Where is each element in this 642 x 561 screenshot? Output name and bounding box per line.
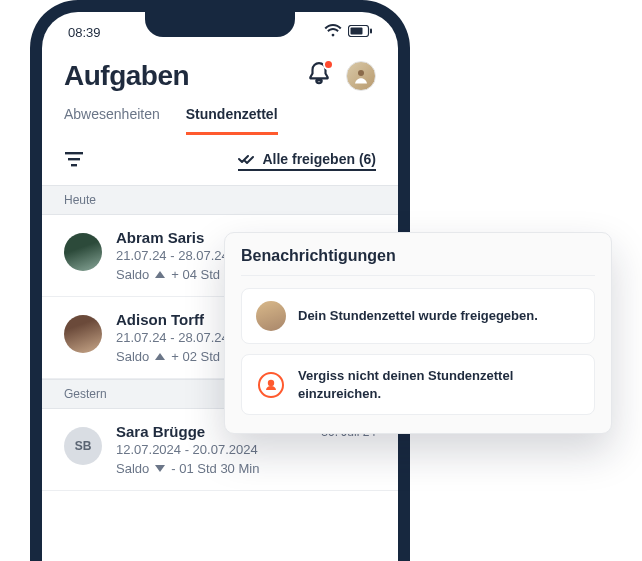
row-dates: 12.07.2024 - 20.07.2024 [116, 442, 376, 457]
toolbar: Alle freigeben (6) [42, 135, 398, 185]
svg-rect-5 [68, 158, 80, 160]
caret-down-icon [155, 465, 165, 472]
svg-point-3 [358, 70, 364, 76]
filter-icon [64, 151, 84, 167]
battery-icon [348, 25, 372, 40]
caret-up-icon [155, 271, 165, 278]
caret-up-icon [155, 353, 165, 360]
svg-rect-2 [370, 28, 372, 33]
notification-badge [323, 59, 334, 70]
avatar [64, 315, 102, 353]
avatar [64, 233, 102, 271]
profile-avatar[interactable] [346, 61, 376, 91]
popover-title: Benachrichtigungen [241, 247, 595, 276]
notification-text: Dein Stundenzettel wurde freigegeben. [298, 307, 538, 325]
tab-timesheets[interactable]: Stundenzettel [186, 106, 278, 135]
tabs: Abwesenheiten Stundenzettel [42, 98, 398, 135]
svg-rect-1 [351, 27, 363, 34]
phone-notch [145, 11, 295, 37]
header: Aufgaben [42, 46, 398, 98]
person-icon [352, 67, 370, 85]
tab-absences[interactable]: Abwesenheiten [64, 106, 160, 135]
approve-all-label: Alle freigeben (6) [262, 151, 376, 167]
avatar [256, 301, 286, 331]
double-check-icon [238, 153, 256, 165]
reminder-icon [256, 370, 286, 400]
notification-text: Vergiss nicht deinen Stundenzettel einzu… [298, 367, 580, 402]
page-title: Aufgaben [64, 60, 189, 92]
notifications-popover: Benachrichtigungen Dein Stundenzettel wu… [224, 232, 612, 434]
notifications-button[interactable] [306, 61, 332, 91]
filter-button[interactable] [64, 151, 84, 171]
svg-point-8 [268, 379, 274, 385]
svg-rect-6 [71, 164, 77, 166]
approve-all-button[interactable]: Alle freigeben (6) [238, 151, 376, 171]
avatar-initials: SB [64, 427, 102, 465]
svg-rect-4 [65, 152, 83, 154]
notification-item[interactable]: Vergiss nicht deinen Stundenzettel einzu… [241, 354, 595, 415]
row-balance: Saldo - 01 Std 30 Min [116, 461, 376, 476]
wifi-icon [324, 24, 342, 41]
status-time: 08:39 [68, 25, 101, 40]
section-header-today: Heute [42, 185, 398, 215]
notification-item[interactable]: Dein Stundenzettel wurde freigegeben. [241, 288, 595, 344]
